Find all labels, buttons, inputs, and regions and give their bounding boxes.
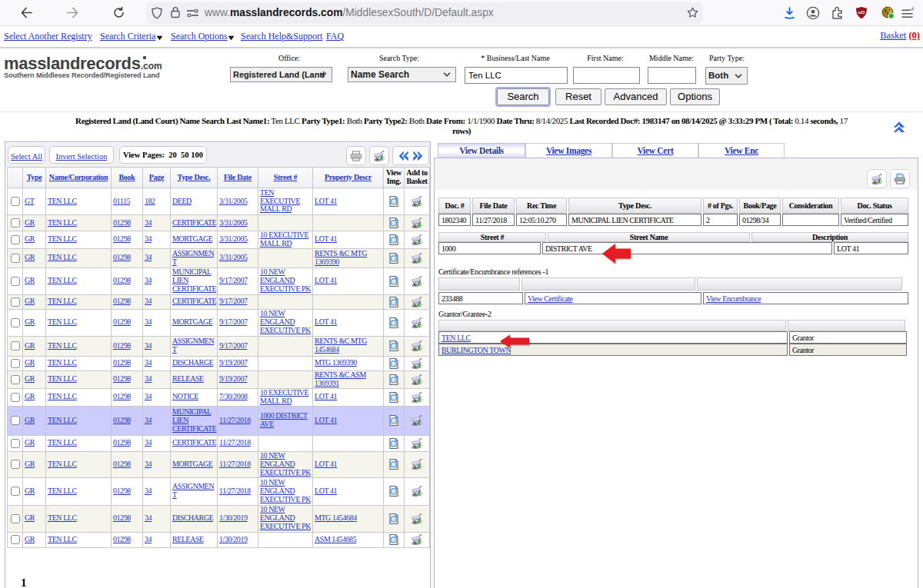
svg-text:uO: uO [858, 10, 865, 15]
